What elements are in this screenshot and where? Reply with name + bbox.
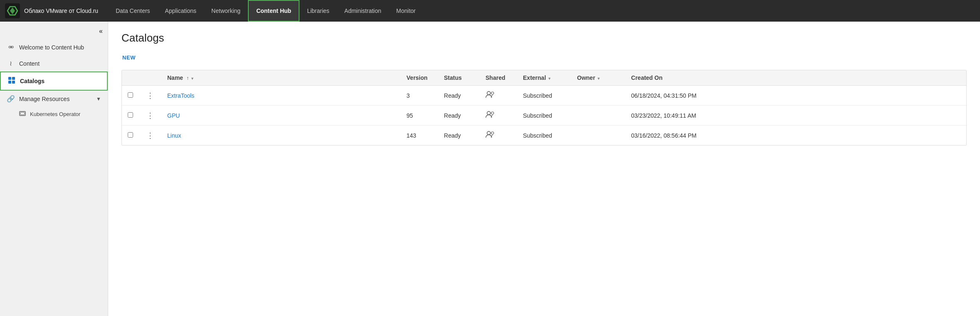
- catalog-icon: [7, 77, 16, 86]
- sidebar-item-content-label: Content: [19, 60, 40, 67]
- topnav-item-monitor[interactable]: Monitor: [389, 0, 423, 22]
- catalog-shared: [480, 86, 517, 106]
- catalog-created-on: 06/18/2024, 04:31:50 PM: [625, 86, 966, 106]
- row-menu-button[interactable]: ⋮: [145, 131, 156, 140]
- main-content: Catalogs NEW Name ↑ Version Status: [108, 22, 980, 316]
- catalog-status: Ready: [438, 106, 480, 126]
- th-name[interactable]: Name ↑: [161, 70, 401, 86]
- group-icon: [485, 131, 495, 140]
- th-version: Version: [401, 70, 438, 86]
- svg-point-12: [491, 112, 494, 114]
- catalog-created-on: 03/23/2022, 10:49:11 AM: [625, 106, 966, 126]
- catalog-name-link[interactable]: Linux: [167, 132, 181, 139]
- topnav-item-administration[interactable]: Administration: [337, 0, 389, 22]
- svg-rect-3: [8, 77, 11, 80]
- layout: « ⚮ Welcome to Content Hub ≀ Content Cat…: [0, 22, 980, 316]
- row-checkbox[interactable]: [128, 112, 133, 118]
- catalog-version: 3: [401, 86, 438, 106]
- catalog-name-link[interactable]: ExtraTools: [167, 92, 194, 99]
- catalog-external: Subscribed: [517, 86, 571, 106]
- grid-icon: ≀: [7, 59, 15, 67]
- catalog-created-on: 03/16/2022, 08:56:44 PM: [625, 126, 966, 146]
- sidebar-item-catalogs-label: Catalogs: [20, 78, 45, 84]
- catalog-owner: [571, 126, 625, 146]
- catalog-owner: [571, 106, 625, 126]
- table-row: ⋮GPU95Ready Subscribed03/23/2022, 10:49:…: [122, 106, 966, 126]
- catalog-shared: [480, 106, 517, 126]
- catalog-version: 95: [401, 106, 438, 126]
- table-row: ⋮ExtraTools3Ready Subscribed06/18/2024, …: [122, 86, 966, 106]
- tools-icon: 🔗: [7, 95, 15, 103]
- svg-rect-6: [12, 81, 15, 84]
- group-icon: [485, 91, 495, 100]
- sidebar-item-welcome-label: Welcome to Content Hub: [19, 44, 84, 51]
- page-title: Catalogs: [121, 32, 967, 44]
- topnav-item-content-hub[interactable]: Content Hub: [248, 0, 299, 22]
- row-checkbox[interactable]: [128, 92, 133, 98]
- new-button[interactable]: NEW: [121, 53, 136, 62]
- kubernetes-label: Kubernetes Operator: [30, 111, 80, 117]
- table-header: Name ↑ Version Status Shared External Ow: [122, 70, 966, 86]
- catalog-status: Ready: [438, 86, 480, 106]
- sidebar-collapse-btn[interactable]: «: [0, 25, 108, 39]
- topnav-item-applications[interactable]: Applications: [158, 0, 204, 22]
- collapse-icon[interactable]: «: [99, 27, 103, 35]
- th-owner[interactable]: Owner: [571, 70, 625, 86]
- svg-point-11: [487, 111, 490, 115]
- row-menu-button[interactable]: ⋮: [145, 111, 156, 120]
- sidebar-item-manage-resources[interactable]: 🔗 Manage Resources ▼: [0, 91, 108, 107]
- svg-point-13: [487, 131, 490, 135]
- topnav-item-data-centers[interactable]: Data Centers: [108, 0, 157, 22]
- catalogs-table: Name ↑ Version Status Shared External Ow: [121, 70, 967, 146]
- row-checkbox[interactable]: [128, 132, 133, 138]
- brand-icon: [5, 3, 20, 18]
- person-icon: ⚮: [7, 43, 15, 51]
- th-menu: [139, 70, 161, 86]
- catalog-shared: [480, 126, 517, 146]
- th-shared: Shared: [480, 70, 517, 86]
- catalog-name-link[interactable]: GPU: [167, 112, 180, 119]
- sidebar-item-kubernetes[interactable]: Kubernetes Operator: [0, 107, 108, 121]
- svg-point-14: [491, 132, 494, 134]
- svg-rect-8: [20, 112, 25, 115]
- brand-logo[interactable]: Облако VMware от Cloud.ru: [5, 3, 98, 18]
- catalog-status: Ready: [438, 126, 480, 146]
- th-status: Status: [438, 70, 480, 86]
- th-external[interactable]: External: [517, 70, 571, 86]
- topnav-item-libraries[interactable]: Libraries: [299, 0, 337, 22]
- th-checkbox: [122, 70, 139, 86]
- catalog-owner: [571, 86, 625, 106]
- catalog-external: Subscribed: [517, 106, 571, 126]
- name-sort-up-icon[interactable]: ↑: [186, 75, 189, 81]
- catalog-external: Subscribed: [517, 126, 571, 146]
- topnav-item-networking[interactable]: Networking: [204, 0, 248, 22]
- row-menu-button[interactable]: ⋮: [145, 91, 156, 100]
- name-filter-icon[interactable]: [191, 74, 194, 81]
- chevron-down-icon: ▼: [96, 96, 101, 102]
- topnav: Облако VMware от Cloud.ru Data CentersAp…: [0, 0, 980, 22]
- k8s-icon: [19, 110, 26, 118]
- table-row: ⋮Linux143Ready Subscribed03/16/2022, 08:…: [122, 126, 966, 146]
- svg-point-9: [487, 91, 490, 95]
- group-icon: [485, 111, 495, 120]
- svg-point-10: [491, 92, 494, 94]
- sidebar: « ⚮ Welcome to Content Hub ≀ Content Cat…: [0, 22, 108, 316]
- sidebar-item-content[interactable]: ≀ Content: [0, 55, 108, 72]
- manage-resources-label: Manage Resources: [19, 96, 69, 102]
- catalog-version: 143: [401, 126, 438, 146]
- th-created-on: Created On: [625, 70, 966, 86]
- topnav-items: Data CentersApplicationsNetworkingConten…: [108, 0, 423, 22]
- sidebar-item-welcome[interactable]: ⚮ Welcome to Content Hub: [0, 39, 108, 55]
- table-body: ⋮ExtraTools3Ready Subscribed06/18/2024, …: [122, 86, 966, 146]
- sidebar-item-catalogs[interactable]: Catalogs: [0, 72, 108, 91]
- svg-rect-4: [12, 77, 15, 80]
- svg-rect-5: [8, 81, 11, 84]
- owner-filter-icon[interactable]: [597, 74, 601, 81]
- external-filter-icon[interactable]: [547, 74, 551, 81]
- brand-name: Облако VMware от Cloud.ru: [24, 7, 98, 14]
